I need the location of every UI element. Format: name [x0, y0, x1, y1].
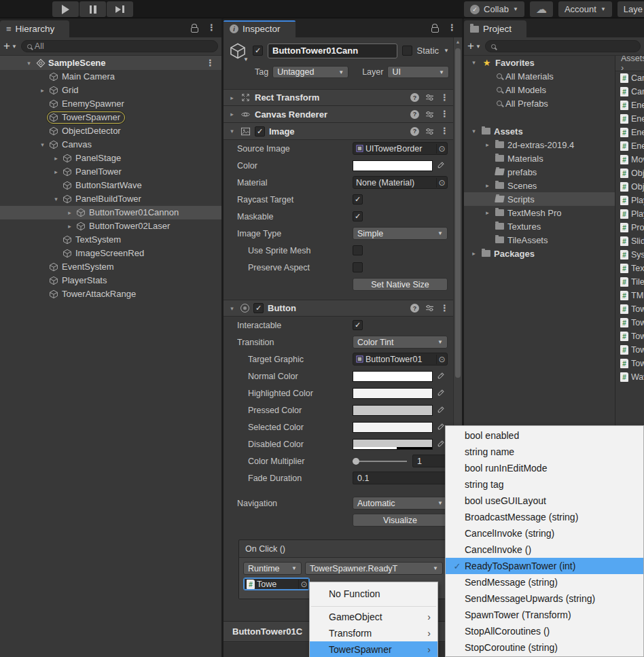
hierarchy-row[interactable]: ObjectDetector — [0, 124, 221, 138]
asset-item[interactable]: Tow — [615, 330, 644, 343]
asset-item[interactable]: Cam — [615, 71, 644, 85]
hierarchy-row[interactable]: ImageScreenRed — [0, 247, 221, 260]
object-picker-icon[interactable]: ⊙ — [436, 355, 447, 364]
menu-item[interactable]: ✓ StopCoroutine (string) — [446, 639, 643, 656]
component-enabled-checkbox[interactable]: ✓ — [253, 303, 264, 313]
asset-item[interactable]: Play — [615, 207, 644, 221]
expand-arrow[interactable]: ▾ — [38, 141, 47, 148]
color-multiplier-field[interactable]: 1 — [412, 455, 448, 467]
asset-item[interactable]: TMP — [615, 289, 644, 302]
component-image[interactable]: ▾ ✓ Image ?⋮ — [223, 123, 453, 140]
static-checkbox[interactable] — [402, 46, 412, 56]
source-image-field[interactable]: UITowerBorder⊙ — [353, 142, 448, 155]
expand-arrow[interactable]: ▾ — [228, 128, 236, 135]
hierarchy-search-input[interactable]: All — [21, 40, 218, 52]
layer-dropdown[interactable]: UI▼ — [387, 66, 449, 78]
pressed-color-swatch[interactable] — [353, 405, 433, 416]
menu-item[interactable]: TowerSpawner › — [310, 641, 437, 657]
active-checkbox[interactable]: ✓ — [253, 46, 263, 56]
scene-header-row[interactable]: ▾ SampleScene ⋮ — [0, 56, 221, 70]
asset-item[interactable]: Slid — [615, 234, 644, 248]
use-sprite-mesh-checkbox[interactable] — [353, 245, 363, 255]
material-field[interactable]: None (Material)⊙ — [353, 176, 448, 189]
menu-item[interactable]: ✓ bool enabled — [446, 427, 643, 444]
kebab-menu-icon[interactable]: ⋮ — [207, 24, 216, 32]
preserve-aspect-checkbox[interactable] — [353, 262, 363, 272]
transition-dropdown[interactable]: Color Tint▼ — [353, 336, 448, 349]
folder-row[interactable]: Scripts — [464, 192, 615, 206]
scroll-up-arrow[interactable]: ▲ — [454, 37, 462, 44]
help-icon[interactable]: ? — [410, 93, 419, 102]
hierarchy-row[interactable]: ▸ ButtonTower01Cannon — [0, 206, 221, 219]
folder-row[interactable]: ▸ Packages — [464, 247, 615, 260]
folder-row[interactable]: ▸ 2d-extras-2019.4 — [464, 138, 615, 152]
expand-arrow[interactable]: ▾ — [469, 128, 478, 135]
folder-row[interactable]: Textures — [464, 219, 615, 233]
kebab-menu-icon[interactable]: ⋮ — [206, 59, 215, 67]
hierarchy-row[interactable]: ▾ Canvas — [0, 138, 221, 152]
menu-item[interactable]: ✓ SendMessage (string) — [446, 574, 643, 590]
asset-item[interactable]: Mov — [615, 153, 644, 166]
event-function-dropdown[interactable]: TowerSpawner.ReadyT▼ — [305, 562, 443, 575]
asset-item[interactable]: Tow — [615, 316, 644, 330]
hierarchy-row[interactable]: TowerAttackRange — [0, 287, 221, 301]
object-picker-icon[interactable]: ⊙ — [436, 144, 447, 154]
folder-row[interactable]: ▾ Favorites — [464, 56, 615, 69]
project-search-input[interactable] — [485, 40, 641, 52]
menu-item[interactable]: ✓ CancelInvoke () — [446, 541, 643, 558]
preset-icon[interactable] — [425, 304, 434, 313]
play-button[interactable] — [52, 1, 79, 17]
asset-item[interactable]: Proj — [615, 221, 644, 234]
asset-item[interactable]: Obje — [615, 166, 644, 180]
help-icon[interactable]: ? — [410, 127, 419, 136]
hierarchy-row[interactable]: TextSystem — [0, 233, 221, 247]
expand-arrow[interactable]: ▸ — [228, 111, 236, 118]
event-mode-dropdown[interactable]: Runtime▼ — [243, 562, 302, 575]
preset-icon[interactable] — [425, 127, 434, 136]
navigation-dropdown[interactable]: Automatic▼ — [353, 497, 448, 510]
lock-icon[interactable] — [191, 27, 198, 33]
asset-item[interactable]: Obje — [615, 180, 644, 194]
expand-arrow[interactable]: ▸ — [483, 209, 492, 216]
kebab-menu-icon[interactable]: ⋮ — [440, 94, 449, 102]
normal-color-swatch[interactable] — [353, 371, 433, 382]
account-button[interactable]: Account ▼ — [558, 1, 612, 17]
hierarchy-row[interactable]: ▸ ButtonTower02Laser — [0, 219, 221, 233]
raycast-target-checkbox[interactable]: ✓ — [353, 194, 363, 205]
asset-item[interactable]: Cam — [615, 85, 644, 99]
expand-arrow[interactable]: ▸ — [65, 223, 74, 230]
kebab-menu-icon[interactable]: ⋮ — [448, 24, 457, 32]
tab-inspector[interactable]: i Inspector — [223, 20, 296, 37]
menu-item[interactable]: ✓ BroadcastMessage (string) — [446, 509, 643, 525]
asset-item[interactable]: Ene — [615, 112, 644, 126]
static-dropdown-icon[interactable]: ▼ — [444, 48, 449, 54]
help-icon[interactable]: ? — [410, 304, 419, 313]
asset-item[interactable]: Tile — [615, 275, 644, 289]
pause-button[interactable] — [79, 1, 106, 17]
preset-icon[interactable] — [425, 93, 434, 102]
image-type-dropdown[interactable]: Simple▼ — [353, 227, 448, 240]
expand-arrow[interactable]: ▸ — [483, 182, 492, 189]
collab-button[interactable]: ✓ Collab ▼ — [464, 1, 524, 17]
expand-arrow[interactable]: ▸ — [38, 87, 47, 94]
asset-item[interactable]: Ene — [615, 139, 644, 153]
folder-row[interactable]: prefabs — [464, 165, 615, 179]
interactable-checkbox[interactable]: ✓ — [353, 320, 363, 330]
menu-item[interactable]: ✓ CancelInvoke (string) — [446, 525, 643, 541]
menu-item[interactable]: ✓ string name — [446, 444, 643, 460]
menu-item[interactable]: Transform › — [310, 625, 437, 641]
asset-item[interactable]: Play — [615, 194, 644, 207]
hierarchy-row[interactable]: ButtonStartWave — [0, 179, 221, 192]
color-swatch[interactable] — [353, 160, 433, 171]
asset-item[interactable]: Text — [615, 262, 644, 275]
disabled-color-swatch[interactable] — [353, 439, 433, 450]
hierarchy-row[interactable]: PlayerStats — [0, 274, 221, 287]
breadcrumb[interactable]: Assets › — [615, 56, 644, 71]
visualize-button[interactable]: Visualize — [353, 514, 448, 527]
asset-item[interactable]: Syst — [615, 248, 644, 262]
component-canvas-renderer[interactable]: ▸ Canvas Renderer ?⋮ — [223, 106, 453, 123]
folder-row[interactable]: All Prefabs — [464, 96, 615, 110]
step-button[interactable] — [107, 1, 133, 17]
eyedropper-icon[interactable] — [433, 370, 448, 383]
folder-row[interactable]: Materials — [464, 152, 615, 165]
